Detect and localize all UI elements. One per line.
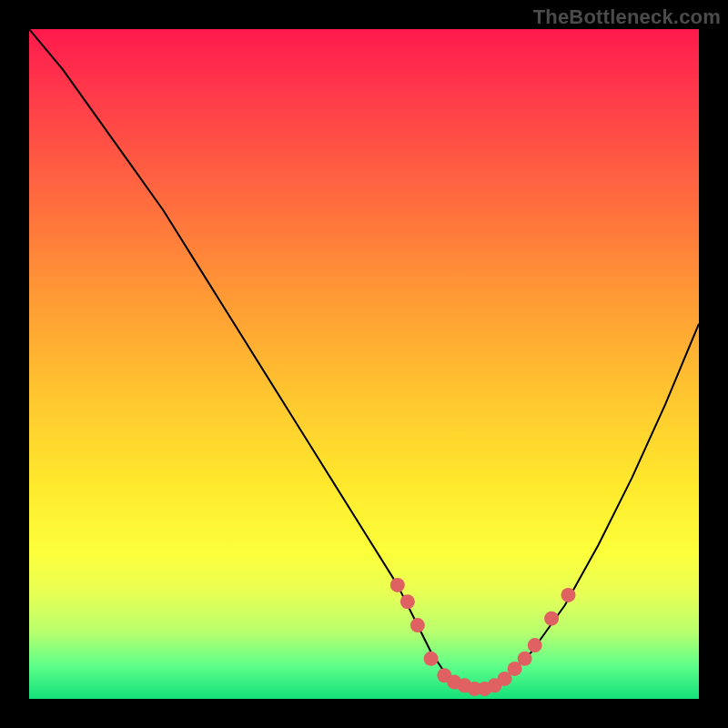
curve-marker-dot — [390, 578, 405, 592]
curve-marker-dot — [544, 612, 559, 626]
curve-marker-dot — [424, 652, 439, 666]
watermark-text: TheBottleneck.com — [533, 5, 721, 29]
curve-markers — [29, 29, 699, 699]
chart-plot-area — [29, 29, 699, 699]
curve-marker-dot — [518, 652, 532, 666]
curve-marker-dot — [561, 588, 575, 602]
curve-marker-dot — [400, 594, 415, 609]
curve-marker-dot — [410, 618, 425, 632]
curve-marker-dot — [528, 638, 542, 652]
chart-frame: TheBottleneck.com — [0, 0, 728, 728]
